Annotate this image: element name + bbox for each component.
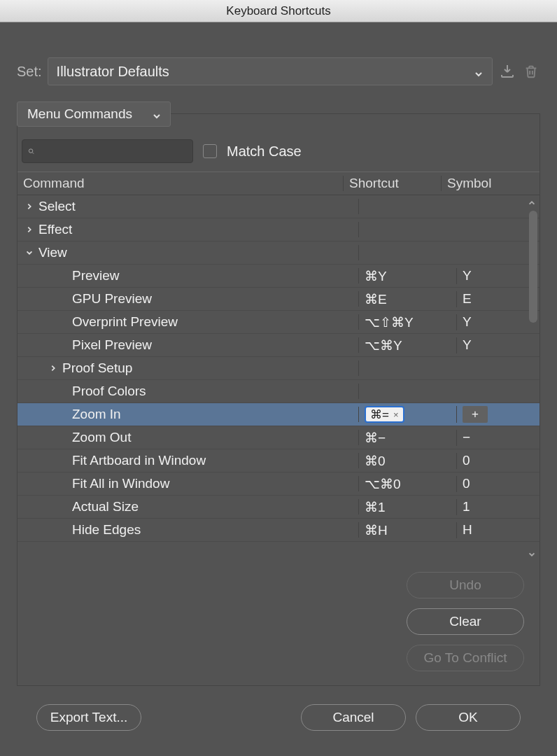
column-symbol[interactable]: Symbol xyxy=(442,176,524,191)
import-set-icon[interactable] xyxy=(498,62,516,80)
command-row-hide-edges[interactable]: Hide Edges⌘HH xyxy=(17,519,540,542)
clear-button[interactable]: Clear xyxy=(407,608,524,635)
scrollbar-down-icon[interactable] xyxy=(527,550,537,559)
scrollbar-up-icon[interactable] xyxy=(527,198,537,208)
command-label: Proof Colors xyxy=(72,384,146,399)
svg-point-0 xyxy=(29,149,32,153)
go-to-conflict-button[interactable]: Go To Conflict xyxy=(407,645,524,671)
command-label: Zoom In xyxy=(72,407,121,422)
chevron-down-icon xyxy=(474,66,484,76)
shortcut-cell[interactable]: ⌘=× xyxy=(359,406,457,423)
chevron-down-icon xyxy=(152,109,162,119)
command-row-proof-setup[interactable]: Proof Setup xyxy=(17,357,540,380)
set-dropdown-value: Illustrator Defaults xyxy=(57,64,169,80)
command-label: Preview xyxy=(72,268,120,284)
search-icon xyxy=(28,145,34,158)
set-dropdown[interactable]: Illustrator Defaults xyxy=(48,57,493,85)
command-row-actual-size[interactable]: Actual Size⌘11 xyxy=(17,496,540,519)
command-label: View xyxy=(38,245,67,260)
symbol-cell[interactable]: 1 xyxy=(457,499,540,514)
command-row-fit-artboard[interactable]: Fit Artboard in Window⌘00 xyxy=(17,449,540,472)
symbol-cell[interactable]: E xyxy=(457,291,540,307)
tree-scroll[interactable]: SelectEffectViewPreview⌘YYGPU Preview⌘EE… xyxy=(17,195,540,562)
command-label: Select xyxy=(38,199,76,214)
command-row-overprint-preview[interactable]: Overprint Preview⌥⇧⌘YY xyxy=(17,311,540,334)
command-cell: GPU Preview xyxy=(17,291,359,307)
symbol-edit-field[interactable]: + xyxy=(463,406,488,423)
shortcut-cell[interactable]: ⌥⌘Y xyxy=(359,337,457,354)
command-label: Effect xyxy=(38,222,72,237)
ok-button[interactable]: OK xyxy=(416,704,521,731)
symbol-cell[interactable]: − xyxy=(457,430,540,445)
table-header: Command Shortcut Symbol xyxy=(17,172,540,195)
shortcut-cell[interactable]: ⌘Y xyxy=(359,268,457,284)
cancel-button[interactable]: Cancel xyxy=(301,704,406,731)
shortcut-cell[interactable]: ⌘0 xyxy=(359,453,457,469)
command-cell: Fit All in Window xyxy=(17,476,359,491)
command-cell: Hide Edges xyxy=(17,522,359,538)
chevron-right-icon[interactable] xyxy=(24,202,34,211)
command-cell: Overprint Preview xyxy=(17,314,359,330)
symbol-cell[interactable]: H xyxy=(457,522,540,538)
symbol-cell[interactable]: Y xyxy=(457,268,540,284)
command-row-zoom-in[interactable]: Zoom In⌘=×+ xyxy=(17,403,540,426)
command-label: GPU Preview xyxy=(72,291,152,307)
command-cell: Zoom Out xyxy=(17,430,359,445)
shortcut-tree: SelectEffectViewPreview⌘YYGPU Preview⌘EE… xyxy=(17,195,540,562)
command-label: Overprint Preview xyxy=(72,314,178,330)
symbol-cell[interactable]: 0 xyxy=(457,453,540,468)
command-row-preview[interactable]: Preview⌘YY xyxy=(17,265,540,288)
set-label: Set: xyxy=(17,64,42,80)
category-dropdown[interactable]: Menu Commands xyxy=(17,102,171,127)
command-row-pixel-preview[interactable]: Pixel Preview⌥⌘YY xyxy=(17,334,540,357)
symbol-cell[interactable]: 0 xyxy=(457,476,540,491)
chevron-right-icon[interactable] xyxy=(24,225,34,234)
export-text-button[interactable]: Export Text... xyxy=(36,704,141,731)
command-label: Fit All in Window xyxy=(72,476,169,491)
column-command[interactable]: Command xyxy=(17,176,344,191)
command-label: Hide Edges xyxy=(72,522,141,538)
category-dropdown-value: Menu Commands xyxy=(27,106,132,122)
command-row-fit-all[interactable]: Fit All in Window⌥⌘00 xyxy=(17,472,540,496)
shortcut-cell[interactable]: ⌥⇧⌘Y xyxy=(359,314,457,330)
command-cell: Fit Artboard in Window xyxy=(17,453,359,468)
command-row-gpu-preview[interactable]: GPU Preview⌘EE xyxy=(17,288,540,311)
command-cell: Proof Setup xyxy=(17,360,359,376)
command-cell: Proof Colors xyxy=(17,384,359,399)
command-cell: Zoom In xyxy=(17,407,359,422)
shortcut-cell[interactable]: ⌥⌘0 xyxy=(359,476,457,492)
command-label: Pixel Preview xyxy=(72,337,152,353)
command-label: Proof Setup xyxy=(62,360,132,376)
command-row-proof-colors[interactable]: Proof Colors xyxy=(17,380,540,403)
shortcut-cell[interactable]: ⌘H xyxy=(359,522,457,538)
command-cell: Pixel Preview xyxy=(17,337,359,353)
command-label: Actual Size xyxy=(72,499,139,514)
chevron-down-icon[interactable] xyxy=(24,248,34,258)
symbol-cell[interactable]: Y xyxy=(457,337,540,353)
match-case-checkbox[interactable] xyxy=(203,144,217,158)
shortcut-edit-field[interactable]: ⌘=× xyxy=(365,406,404,423)
command-row-effect[interactable]: Effect xyxy=(17,218,540,241)
window-titlebar: Keyboard Shortcuts xyxy=(0,0,557,22)
search-input[interactable] xyxy=(38,144,187,158)
chevron-right-icon[interactable] xyxy=(48,363,58,373)
symbol-cell[interactable]: Y xyxy=(457,314,540,330)
match-case-label: Match Case xyxy=(227,144,302,160)
clear-shortcut-icon[interactable]: × xyxy=(393,410,399,420)
symbol-cell[interactable]: + xyxy=(457,406,540,423)
shortcut-cell[interactable]: ⌘1 xyxy=(359,499,457,515)
shortcut-cell[interactable]: ⌘− xyxy=(359,430,457,446)
undo-button[interactable]: Undo xyxy=(407,572,524,598)
command-row-zoom-out[interactable]: Zoom Out⌘−− xyxy=(17,426,540,449)
command-cell: Effect xyxy=(17,222,359,237)
shortcut-cell[interactable]: ⌘E xyxy=(359,291,457,307)
column-shortcut[interactable]: Shortcut xyxy=(344,176,442,191)
search-box[interactable] xyxy=(22,139,193,163)
command-row-view[interactable]: View xyxy=(17,241,540,265)
trash-icon[interactable] xyxy=(522,62,540,80)
command-cell: View xyxy=(17,245,359,260)
scrollbar-thumb[interactable] xyxy=(529,211,537,323)
command-cell: Preview xyxy=(17,268,359,284)
command-row-select[interactable]: Select xyxy=(17,195,540,218)
command-label: Fit Artboard in Window xyxy=(72,453,206,468)
